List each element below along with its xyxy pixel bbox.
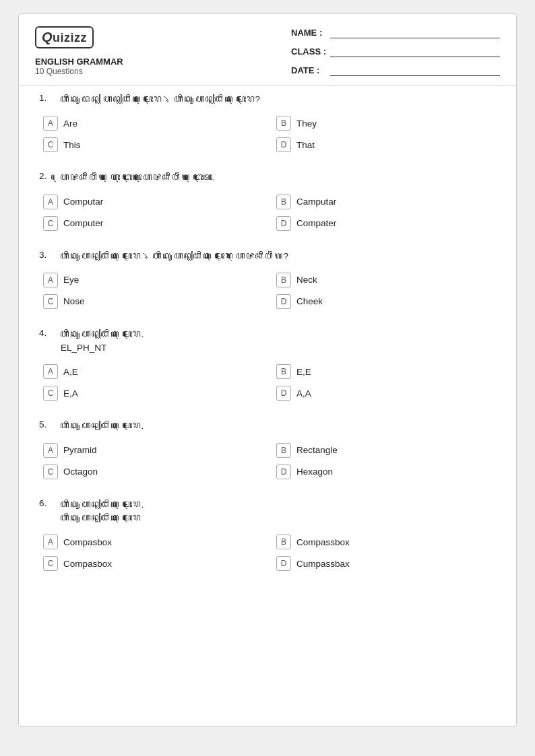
option-letter-4-c: C — [43, 386, 58, 401]
date-line[interactable] — [330, 64, 500, 76]
options-grid-6: ACompasboxBCompassboxCCompasboxDCumpassb… — [39, 535, 496, 571]
class-label: CLASS : — [291, 46, 326, 57]
option-6-c[interactable]: CCompasbox — [43, 556, 263, 571]
option-letter-3-d: D — [276, 294, 291, 309]
option-2-b[interactable]: BCamputar — [276, 195, 496, 209]
option-4-b[interactable]: BE,E — [276, 364, 496, 379]
date-field-row: DATE : — [291, 64, 500, 76]
logo-box: Quizizz — [35, 26, 94, 48]
class-line[interactable] — [330, 45, 500, 57]
option-text-6-c: Compasbox — [63, 559, 112, 569]
option-letter-5-b: B — [276, 443, 291, 458]
option-text-3-a: Eye — [63, 275, 79, 285]
option-5-c[interactable]: COctagon — [43, 465, 263, 479]
option-1-a[interactable]: AAre — [43, 116, 263, 131]
option-letter-6-b: B — [276, 535, 291, 549]
question-body-6: ꦲꦶꦏꦸ ꦲꦤ꧀ꦢꦶꦏ ꦩꦺꦴꦫꦺ. ꦲꦶꦏꦸ ꦲꦤ꧀ꦢꦶꦏ ꦩꦺꦴꦫꦺ — [61, 498, 496, 526]
question-body-2: ꦲꦺꦗꦤꦶꦁꦥꦶꦁꦒ ꦔꦺꦴ ꦔꦺꦴꦏꦺꦴ ꦲꦺꦗꦤꦶꦁꦥꦶꦁꦒ ꦔꦺꦴꦠꦺꦴ. — [61, 171, 496, 184]
quiz-subtitle: 10 Questions — [35, 67, 123, 76]
option-letter-6-d: D — [276, 556, 291, 571]
option-3-b[interactable]: BNeck — [276, 273, 496, 287]
option-text-4-b: E,E — [296, 367, 311, 377]
question-num-1: 1. — [39, 93, 54, 106]
question-block-4: 4.ꦲꦶꦏꦸ ꦲꦤ꧀ꦢꦶꦏ ꦩꦺꦴꦫꦺ. EL_PH_NTAA,EBE,ECE,… — [39, 328, 496, 401]
option-letter-2-c: C — [43, 216, 58, 231]
option-text-3-d: Cheek — [296, 296, 323, 306]
option-text-4-c: E,A — [63, 388, 78, 399]
question-num-2: 2. — [39, 171, 54, 184]
option-5-d[interactable]: DHexagon — [276, 465, 496, 479]
option-text-2-b: Camputar — [296, 197, 336, 207]
option-text-4-d: A,A — [296, 388, 311, 399]
options-grid-3: AEyeBNeckCNoseDCheek — [39, 273, 496, 309]
option-6-a[interactable]: ACompasbox — [43, 535, 263, 549]
header: Quizizz ENGLISH GRAMMAR 10 Questions NAM… — [19, 14, 516, 86]
question-num-6: 6. — [39, 498, 54, 526]
question-text-6: 6.ꦲꦶꦏꦸ ꦲꦤ꧀ꦢꦶꦏ ꦩꦺꦴꦫꦺ. ꦲꦶꦏꦸ ꦲꦤ꧀ꦢꦶꦏ ꦩꦺꦴꦫꦺ — [39, 498, 496, 526]
option-letter-6-c: C — [43, 556, 58, 571]
option-4-a[interactable]: AA,E — [43, 364, 263, 379]
option-letter-2-d: D — [276, 216, 291, 231]
question-body-4: ꦲꦶꦏꦸ ꦲꦤ꧀ꦢꦶꦏ ꦩꦺꦴꦫꦺ. EL_PH_NT — [61, 328, 496, 355]
option-text-6-a: Compasbox — [63, 537, 112, 547]
option-text-3-c: Nose — [63, 296, 85, 306]
option-letter-2-b: B — [276, 195, 291, 209]
logo-rest: uizizz — [53, 31, 87, 44]
quiz-title: ENGLISH GRAMMAR — [35, 57, 123, 67]
option-5-b[interactable]: BRectangle — [276, 443, 496, 458]
option-text-4-a: A,E — [63, 367, 78, 377]
option-6-d[interactable]: DCumpassbax — [276, 556, 496, 571]
option-1-d[interactable]: DThat — [276, 137, 496, 152]
option-1-c[interactable]: CThis — [43, 137, 263, 152]
option-letter-4-a: A — [43, 364, 58, 379]
option-text-5-d: Hexagon — [296, 467, 333, 477]
option-3-a[interactable]: AEye — [43, 273, 263, 287]
question-text-4: 4.ꦲꦶꦏꦸ ꦲꦤ꧀ꦢꦶꦏ ꦩꦺꦴꦫꦺ. EL_PH_NT — [39, 328, 496, 355]
logo: Quizizz — [35, 26, 123, 48]
header-left: Quizizz ENGLISH GRAMMAR 10 Questions — [35, 26, 123, 76]
option-letter-1-d: D — [276, 137, 291, 152]
question-text-2: 2.ꦲꦺꦗꦤꦶꦁꦥꦶꦁꦒ ꦔꦺꦴ ꦔꦺꦴꦏꦺꦴ ꦲꦺꦗꦤꦶꦁꦥꦶꦁꦒ ꦔꦺꦴꦠꦺ… — [39, 171, 496, 184]
option-6-b[interactable]: BCompassbox — [276, 535, 496, 549]
option-letter-3-b: B — [276, 273, 291, 287]
date-label: DATE : — [291, 65, 326, 75]
option-4-d[interactable]: DA,A — [276, 386, 496, 401]
question-num-5: 5. — [39, 419, 54, 433]
option-text-2-d: Compater — [296, 218, 336, 228]
option-5-a[interactable]: APyramid — [43, 443, 263, 458]
option-letter-1-c: C — [43, 137, 58, 152]
options-grid-2: AComputarBCamputarCComputerDCompater — [39, 195, 496, 231]
option-2-a[interactable]: AComputar — [43, 195, 263, 209]
question-num-3: 3. — [39, 250, 54, 263]
question-block-1: 1.ꦲꦶꦏꦸ ꦢꦤ꧀ ꦲꦤ꧀ꦢꦶꦏ ꦩꦺꦴꦫꦺ꧈ ꦲꦶꦏꦸ ꦲꦤ꧀ꦢꦶꦏ ꦩꦺꦴ… — [39, 93, 496, 152]
option-4-c[interactable]: CE,A — [43, 386, 263, 401]
question-body-5: ꦲꦶꦏꦸ ꦲꦤ꧀ꦢꦶꦏ ꦩꦺꦴꦫꦺ. — [61, 419, 496, 433]
option-text-1-d: That — [296, 140, 315, 150]
question-block-2: 2.ꦲꦺꦗꦤꦶꦁꦥꦶꦁꦒ ꦔꦺꦴ ꦔꦺꦴꦏꦺꦴ ꦲꦺꦗꦤꦶꦁꦥꦶꦁꦒ ꦔꦺꦴꦠꦺ… — [39, 171, 496, 230]
name-field-row: NAME : — [291, 26, 500, 38]
question-block-5: 5.ꦲꦶꦏꦸ ꦲꦤ꧀ꦢꦶꦏ ꦩꦺꦴꦫꦺ.APyramidBRectangleCO… — [39, 419, 496, 479]
option-text-1-b: They — [296, 118, 317, 129]
header-right: NAME : CLASS : DATE : — [291, 26, 500, 76]
option-2-c[interactable]: CComputer — [43, 216, 263, 231]
option-2-d[interactable]: DCompater — [276, 216, 496, 231]
option-text-1-c: This — [63, 140, 81, 150]
question-text-3: 3.ꦲꦶꦏꦸ ꦲꦤ꧀ꦢꦶꦏ ꦩꦺꦴꦫꦺ꧈ ꦲꦶꦏꦸ ꦲꦤ꧀ꦢꦶꦏ ꦩꦺꦴꦫꦺ ꦲ… — [39, 250, 496, 263]
class-field-row: CLASS : — [291, 45, 500, 57]
option-letter-3-a: A — [43, 273, 58, 287]
options-grid-1: AAreBTheyCThisDThat — [39, 116, 496, 152]
option-1-b[interactable]: BThey — [276, 116, 496, 131]
question-block-6: 6.ꦲꦶꦏꦸ ꦲꦤ꧀ꦢꦶꦏ ꦩꦺꦴꦫꦺ. ꦲꦶꦏꦸ ꦲꦤ꧀ꦢꦶꦏ ꦩꦺꦴꦫꦺAC… — [39, 498, 496, 572]
option-text-2-a: Computar — [63, 197, 103, 207]
option-3-c[interactable]: CNose — [43, 294, 263, 309]
options-grid-4: AA,EBE,ECE,ADA,A — [39, 364, 496, 401]
option-3-d[interactable]: DCheek — [276, 294, 496, 309]
question-body-1: ꦲꦶꦏꦸ ꦢꦤ꧀ ꦲꦤ꧀ꦢꦶꦏ ꦩꦺꦴꦫꦺ꧈ ꦲꦶꦏꦸ ꦲꦤ꧀ꦢꦶꦏ ꦩꦺꦴꦫꦺ… — [61, 93, 496, 106]
option-letter-3-c: C — [43, 294, 58, 309]
question-block-3: 3.ꦲꦶꦏꦸ ꦲꦤ꧀ꦢꦶꦏ ꦩꦺꦴꦫꦺ꧈ ꦲꦶꦏꦸ ꦲꦤ꧀ꦢꦶꦏ ꦩꦺꦴꦫꦺ ꦲ… — [39, 250, 496, 309]
name-line[interactable] — [330, 26, 500, 38]
option-text-3-b: Neck — [296, 275, 317, 285]
option-letter-4-b: B — [276, 364, 291, 379]
question-body-3: ꦲꦶꦏꦸ ꦲꦤ꧀ꦢꦶꦏ ꦩꦺꦴꦫꦺ꧈ ꦲꦶꦏꦸ ꦲꦤ꧀ꦢꦶꦏ ꦩꦺꦴꦫꦺ ꦲꦺꦗ… — [61, 250, 496, 263]
option-letter-1-b: B — [276, 116, 291, 131]
